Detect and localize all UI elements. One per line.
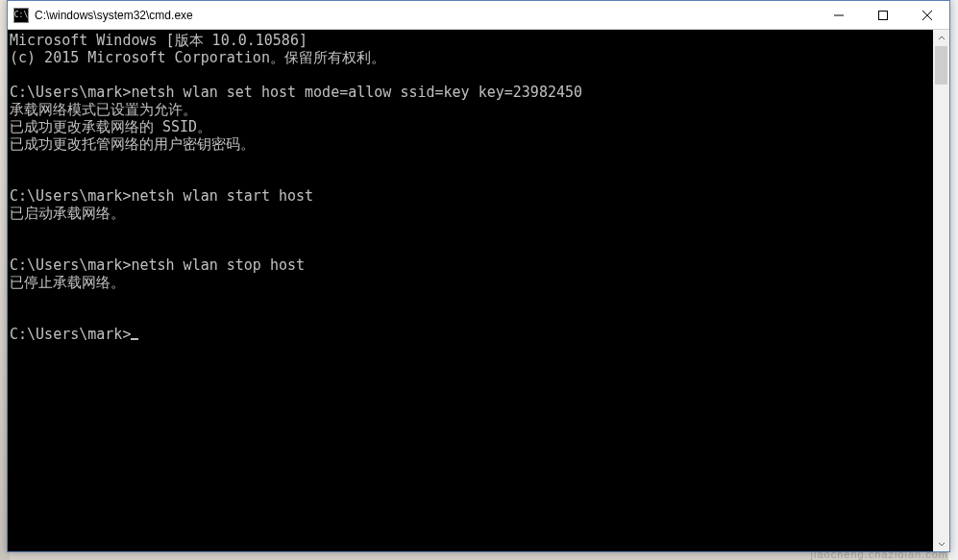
scrollbar[interactable] — [933, 30, 949, 551]
terminal-line: (c) 2015 Microsoft Corporation。保留所有权利。 — [10, 49, 931, 66]
terminal-line: C:\Users\mark>netsh wlan stop host — [10, 256, 931, 274]
terminal-line: 已成功更改托管网络的用户密钥密码。 — [10, 135, 931, 153]
terminal-line: Microsoft Windows [版本 10.0.10586] — [10, 32, 931, 49]
terminal-line — [10, 153, 931, 170]
maximize-button[interactable] — [861, 1, 905, 29]
terminal-line: C:\Users\mark> — [10, 326, 931, 343]
chevron-down-icon — [938, 540, 946, 548]
titlebar[interactable]: C:\ C:\windows\system32\cmd.exe — [8, 1, 949, 30]
window-controls — [817, 1, 949, 29]
terminal-cursor — [131, 338, 138, 340]
cmd-icon[interactable]: C:\ — [13, 8, 29, 23]
minimize-button[interactable] — [817, 1, 861, 29]
cmd-window: C:\ C:\windows\system32\cmd.exe Microsof… — [7, 0, 950, 552]
terminal-line: 已停止承载网络。 — [10, 274, 931, 291]
scroll-thumb[interactable] — [935, 46, 947, 85]
terminal-line — [10, 66, 931, 84]
terminal-line: 已成功更改承载网络的 SSID。 — [10, 118, 931, 135]
terminal-content[interactable]: Microsoft Windows [版本 10.0.10586](c) 201… — [8, 30, 933, 551]
window-title: C:\windows\system32\cmd.exe — [35, 9, 817, 22]
terminal-line — [10, 291, 931, 308]
terminal-line — [10, 170, 931, 187]
chevron-up-icon — [938, 35, 946, 42]
close-icon — [922, 11, 932, 20]
terminal-line: 承载网络模式已设置为允许。 — [10, 101, 931, 118]
cmd-icon-label: C:\ — [14, 11, 28, 19]
terminal-line: 已启动承载网络。 — [10, 205, 931, 222]
scroll-track[interactable] — [933, 46, 949, 535]
terminal-line — [10, 222, 931, 239]
terminal-line — [10, 239, 931, 256]
scroll-up-button[interactable] — [933, 30, 949, 46]
close-button[interactable] — [905, 1, 949, 29]
scroll-down-button[interactable] — [933, 535, 949, 551]
minimize-icon — [834, 11, 844, 20]
svg-rect-1 — [879, 11, 888, 19]
terminal-line: C:\Users\mark>netsh wlan start host — [10, 187, 931, 205]
maximize-icon — [878, 11, 888, 20]
terminal-line: C:\Users\mark>netsh wlan set host mode=a… — [10, 84, 931, 101]
terminal-area: Microsoft Windows [版本 10.0.10586](c) 201… — [8, 30, 949, 551]
terminal-line — [10, 308, 931, 326]
